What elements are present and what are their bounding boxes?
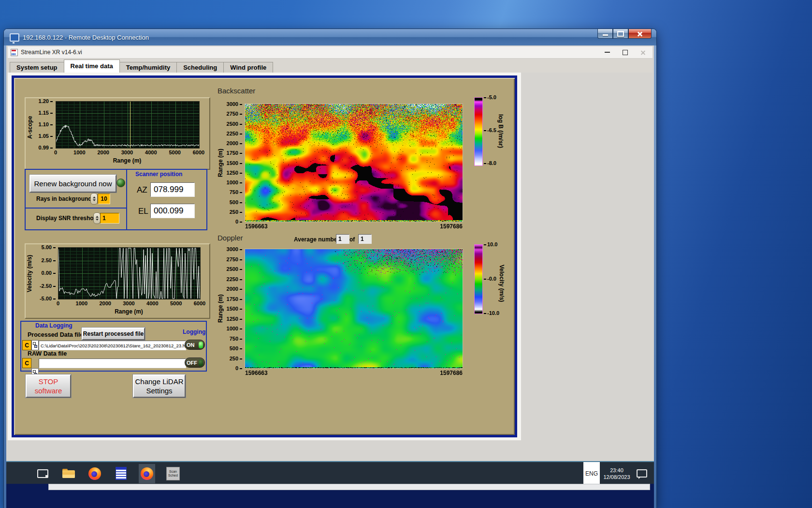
doppler-colorbar bbox=[474, 244, 483, 314]
tab[interactable]: Scheduling bbox=[176, 62, 224, 73]
divider-vertical bbox=[126, 170, 127, 229]
ascope-xlabel: Range (m) bbox=[56, 157, 199, 164]
rays-value-field[interactable]: 10 bbox=[98, 194, 110, 204]
renew-background-label: Renew background now bbox=[34, 179, 112, 188]
el-value: 000.099 bbox=[154, 206, 183, 216]
average-number-value: 1 bbox=[338, 236, 342, 242]
stop-software-button[interactable]: STOP software bbox=[26, 374, 71, 398]
scanner-position-title: Scanner position bbox=[135, 171, 182, 178]
on-led bbox=[199, 342, 203, 348]
y-tick: 750 bbox=[225, 189, 242, 195]
clock[interactable]: 23:40 12/08/2023 bbox=[600, 467, 634, 480]
tab[interactable]: Real time data bbox=[64, 60, 120, 73]
az-value-field[interactable]: 078.999 bbox=[150, 182, 195, 197]
y-tick: 0.00 bbox=[32, 269, 56, 276]
renew-background-button[interactable]: Renew background now bbox=[29, 175, 116, 193]
snr-value-field[interactable]: 1 bbox=[100, 213, 119, 224]
notification-center-icon[interactable] bbox=[637, 469, 647, 478]
y-tick: 1.10 bbox=[32, 121, 53, 128]
processed-path: C:\Lidar\Data\Proc\2023\202308\20230812\… bbox=[41, 343, 186, 348]
off-label: OFF bbox=[187, 360, 197, 366]
notes-button[interactable] bbox=[113, 464, 129, 483]
y-tick: 1000 bbox=[225, 325, 242, 332]
app-minimize-icon[interactable] bbox=[605, 52, 610, 53]
rdp-maximize-button[interactable] bbox=[613, 29, 628, 39]
off-led bbox=[199, 359, 203, 366]
rdp-horizontal-scrollbar[interactable] bbox=[48, 484, 650, 490]
velocity-plot[interactable] bbox=[58, 248, 200, 299]
language-label: ENG bbox=[585, 470, 598, 477]
y-tick: 2500 bbox=[225, 266, 242, 272]
rdp-titlebar[interactable]: 192.168.0.122 - Remote Desktop Connectio… bbox=[4, 29, 656, 45]
backscatter-colorbar bbox=[474, 97, 483, 166]
language-indicator[interactable]: ENG bbox=[583, 462, 600, 485]
scan-scheduler-button[interactable]: Scan Sched bbox=[165, 464, 181, 483]
scan-scheduler-icon: Scan Sched bbox=[166, 467, 180, 480]
firefox-icon bbox=[88, 467, 101, 480]
average-number-label: Average number bbox=[294, 236, 339, 243]
y-tick: 1750 bbox=[225, 149, 242, 156]
doppler-heatmap[interactable] bbox=[245, 249, 463, 368]
raw-path-field[interactable] bbox=[39, 359, 186, 368]
processed-browse-icon[interactable] bbox=[31, 340, 39, 350]
firefox-active-button[interactable] bbox=[139, 464, 155, 483]
app-titlebar[interactable]: StreamLine XR v14-6.vi bbox=[8, 46, 652, 59]
rays-stepper[interactable] bbox=[90, 193, 98, 205]
y-tick: 250 bbox=[225, 209, 242, 215]
app-maximize-icon[interactable] bbox=[623, 50, 628, 55]
x-tick: 0 bbox=[48, 300, 68, 306]
backscatter-colorbar-label: log B (/m/sr) bbox=[497, 97, 504, 165]
restart-processed-file-label: Restart processed file bbox=[83, 330, 144, 337]
y-tick: 5.00 bbox=[32, 244, 56, 251]
y-tick: 0 bbox=[225, 365, 242, 372]
snr-value: 1 bbox=[102, 215, 106, 222]
rdp-window-title: 192.168.0.122 - Remote Desktop Connectio… bbox=[23, 34, 149, 41]
app-close-icon[interactable] bbox=[640, 50, 646, 55]
el-value-field[interactable]: 000.099 bbox=[150, 204, 195, 218]
rdp-close-button[interactable] bbox=[628, 29, 652, 39]
task-view-button[interactable] bbox=[34, 464, 51, 483]
app-title: StreamLine XR v14-6.vi bbox=[21, 49, 82, 56]
on-label: ON bbox=[187, 342, 195, 348]
backscatter-ylabel: Range (m) bbox=[217, 104, 224, 222]
velocity-graph: Velocity (m/s) 5.002.500.00-2.50-5.00 01… bbox=[25, 243, 210, 319]
ascope-plot[interactable] bbox=[56, 102, 199, 148]
tab[interactable]: Temp/humidity bbox=[119, 62, 177, 73]
processed-logging-toggle[interactable]: ON bbox=[185, 340, 205, 350]
x-tick: 6000 bbox=[190, 300, 209, 306]
snr-stepper[interactable] bbox=[93, 212, 101, 224]
raw-logging-toggle[interactable]: OFF bbox=[185, 358, 205, 368]
restart-processed-file-button[interactable]: Restart processed file bbox=[82, 328, 145, 340]
data-logging-box: Data Logging Processed Data file Restart… bbox=[20, 321, 207, 372]
processed-file-label: Processed Data file bbox=[28, 331, 83, 338]
change-lidar-settings-button[interactable]: Change LiDAR Settings bbox=[133, 374, 186, 398]
y-tick: 2500 bbox=[225, 120, 242, 127]
y-tick: 2000 bbox=[225, 140, 242, 147]
velocity-xlabel: Range (m) bbox=[58, 308, 200, 315]
doppler-x-end: 1597686 bbox=[245, 370, 463, 376]
average-total-field[interactable]: 1 bbox=[358, 234, 372, 244]
tab-strip: System setupReal time dataTemp/humidityS… bbox=[8, 59, 652, 73]
y-tick: 1000 bbox=[225, 179, 242, 186]
divider-horizontal bbox=[26, 208, 126, 209]
backscatter-heatmap[interactable] bbox=[245, 104, 463, 222]
x-tick: 4000 bbox=[143, 300, 162, 306]
doppler-title: Doppler bbox=[218, 234, 243, 242]
file-explorer-button[interactable] bbox=[60, 464, 77, 483]
backscatter-title: Backscatter bbox=[218, 87, 255, 95]
tab[interactable]: System setup bbox=[10, 62, 64, 73]
rays-value: 10 bbox=[101, 195, 107, 202]
rdp-minimize-button[interactable] bbox=[597, 29, 613, 39]
raw-drive-selector[interactable]: C bbox=[22, 358, 31, 368]
logging-label: Logging bbox=[183, 329, 205, 335]
processed-drive-selector[interactable]: C bbox=[22, 340, 31, 350]
firefox-button[interactable] bbox=[87, 464, 103, 483]
processed-path-field[interactable]: C:\Lidar\Data\Proc\2023\202308\20230812\… bbox=[39, 341, 186, 350]
average-number-field[interactable]: 1 bbox=[336, 234, 349, 244]
y-tick: 250 bbox=[225, 355, 242, 362]
y-tick: 2.50 bbox=[32, 257, 56, 264]
x-tick: 4000 bbox=[141, 149, 160, 155]
tab[interactable]: Wind profile bbox=[223, 62, 273, 73]
average-total-value: 1 bbox=[361, 236, 364, 242]
y-tick: 1.15 bbox=[32, 109, 53, 116]
